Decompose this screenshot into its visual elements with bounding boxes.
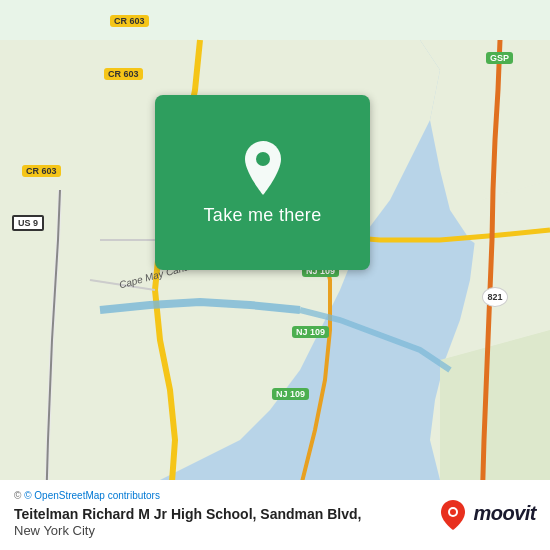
cr603-label-mid: CR 603	[104, 68, 143, 80]
nj109-label-mid: NJ 109	[292, 326, 329, 338]
r821-label: 821	[482, 287, 508, 307]
location-title: Teitelman Richard M Jr High School, Sand…	[14, 505, 425, 523]
nj109-label-bot: NJ 109	[272, 388, 309, 400]
map-container: CR 603 CR 603 CR 603 US 9 NJ 109 NJ 109 …	[0, 0, 550, 550]
bottom-bar: © © OpenStreetMap contributors Teitelman…	[0, 480, 550, 550]
gsp-label: GSP	[486, 52, 513, 64]
moovit-brand-text: moovit	[473, 502, 536, 525]
cr603-label-bot: CR 603	[22, 165, 61, 177]
osm-attribution: © © OpenStreetMap contributors	[14, 490, 425, 501]
take-me-there-label: Take me there	[204, 205, 322, 226]
svg-point-7	[450, 509, 456, 515]
us9-label: US 9	[12, 215, 44, 231]
map-background	[0, 0, 550, 550]
moovit-logo: moovit	[437, 498, 536, 530]
cr603-label-top: CR 603	[110, 15, 149, 27]
location-subtitle: New York City	[14, 523, 425, 538]
osm-link[interactable]: © OpenStreetMap contributors	[24, 490, 160, 501]
location-pin-icon	[239, 139, 287, 197]
location-line1: Teitelman Richard M Jr High School, Sand…	[14, 506, 361, 522]
take-me-there-button[interactable]: Take me there	[155, 95, 370, 270]
svg-point-5	[256, 152, 270, 166]
moovit-pin-icon	[437, 498, 469, 530]
bottom-info: © © OpenStreetMap contributors Teitelman…	[14, 490, 425, 538]
